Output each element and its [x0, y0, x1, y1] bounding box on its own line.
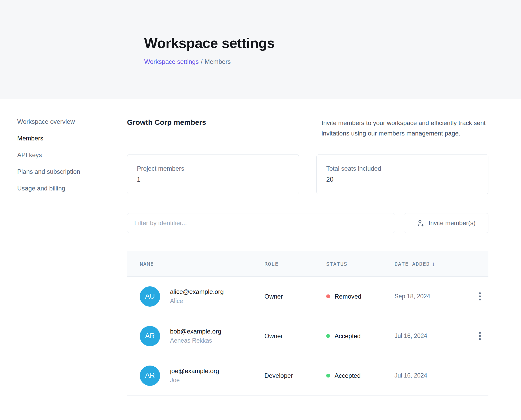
member-status: Removed — [335, 293, 361, 300]
breadcrumb-separator: / — [201, 58, 203, 65]
column-header-name[interactable]: NAME — [140, 261, 264, 267]
table-row: AU alice@example.org Alice Owner Removed… — [127, 277, 488, 316]
breadcrumb: Workspace settings/Members — [144, 58, 521, 65]
status-dot-icon — [326, 334, 330, 338]
status-dot-icon — [326, 294, 330, 298]
avatar-initials: AU — [145, 292, 155, 300]
member-identity-cell: AU alice@example.org Alice — [140, 286, 264, 307]
member-status-cell: Removed — [326, 293, 395, 300]
member-id-block: joe@example.org Joe — [170, 367, 219, 384]
kebab-menu-icon[interactable] — [476, 290, 483, 303]
filter-input[interactable] — [127, 213, 395, 233]
table-header-row: NAMEROLESTATUSDATE ADDED↓ — [127, 251, 488, 277]
table-row: AR joe@example.org Joe Developer Accepte… — [127, 356, 488, 396]
member-role: Owner — [264, 332, 326, 340]
member-status-cell: Accepted — [326, 332, 395, 340]
avatar-initials: AR — [145, 332, 155, 340]
member-name: Joe — [170, 377, 219, 384]
stats-cards: Project members 1 Total seats included 2… — [127, 154, 488, 194]
sort-descending-icon: ↓ — [432, 260, 435, 268]
column-header-role[interactable]: ROLE — [264, 261, 326, 267]
stat-label: Project members — [137, 165, 289, 172]
status-dot-icon — [326, 374, 330, 378]
member-email: alice@example.org — [170, 288, 224, 295]
member-email: bob@example.org — [170, 328, 221, 335]
member-identity-cell: AR bob@example.org Aeneas Rekkas — [140, 326, 264, 346]
member-name: Alice — [170, 298, 224, 305]
person-plus-icon — [417, 219, 425, 227]
members-main: Growth Corp members Invite members to yo… — [127, 99, 488, 396]
member-status: Accepted — [335, 332, 361, 340]
column-header-label: DATE ADDED — [395, 261, 430, 267]
member-date-added: Jul 16, 2024 — [395, 372, 473, 379]
member-email: joe@example.org — [170, 367, 219, 375]
table-body: AU alice@example.org Alice Owner Removed… — [127, 277, 488, 396]
avatar-initials: AR — [145, 372, 155, 380]
column-header-label: NAME — [140, 261, 154, 267]
member-date-added: Jul 16, 2024 — [395, 332, 473, 339]
member-role: Developer — [264, 372, 326, 379]
column-header-date-added[interactable]: DATE ADDED↓ — [395, 260, 473, 268]
sidebar-item-workspace-overview[interactable]: Workspace overview — [17, 118, 75, 126]
stat-label: Total seats included — [326, 165, 479, 172]
content-layout: Workspace overviewMembersAPI keysPlans a… — [0, 99, 521, 396]
member-status-cell: Accepted — [326, 372, 395, 379]
members-heading: Growth Corp members — [127, 118, 206, 139]
column-header-status[interactable]: STATUS — [326, 261, 395, 267]
sidebar-item-api-keys[interactable]: API keys — [17, 151, 42, 159]
stat-card-project-members: Project members 1 — [127, 154, 299, 194]
sidebar-item-plans-and-subscription[interactable]: Plans and subscription — [17, 168, 80, 176]
avatar: AR — [140, 366, 160, 386]
members-description: Invite members to your workspace and eff… — [322, 118, 488, 139]
settings-sidebar: Workspace overviewMembersAPI keysPlans a… — [0, 99, 127, 396]
invite-members-label: Invite member(s) — [428, 219, 475, 227]
avatar: AR — [140, 326, 160, 346]
kebab-menu-icon[interactable] — [476, 329, 483, 343]
stat-value: 1 — [137, 176, 289, 183]
sidebar-item-usage-and-billing[interactable]: Usage and billing — [17, 184, 65, 192]
stat-card-total-seats-included: Total seats included 20 — [316, 154, 488, 194]
member-role: Owner — [264, 293, 326, 300]
stat-value: 20 — [326, 176, 479, 183]
row-actions-cell — [473, 329, 488, 343]
breadcrumb-workspace-settings-link[interactable]: Workspace settings — [144, 58, 199, 65]
row-actions-cell — [473, 290, 488, 303]
page-title: Workspace settings — [144, 35, 521, 51]
member-date-added: Sep 18, 2024 — [395, 293, 473, 300]
column-header-label: STATUS — [326, 261, 347, 267]
member-identity-cell: AR joe@example.org Joe — [140, 366, 264, 386]
member-id-block: bob@example.org Aeneas Rekkas — [170, 328, 221, 344]
breadcrumb-current: Members — [205, 58, 231, 65]
member-id-block: alice@example.org Alice — [170, 288, 224, 305]
table-row: AR bob@example.org Aeneas Rekkas Owner A… — [127, 316, 488, 356]
avatar: AU — [140, 286, 160, 307]
sidebar-item-members[interactable]: Members — [17, 134, 43, 142]
invite-members-button[interactable]: Invite member(s) — [404, 213, 488, 233]
filter-row: Invite member(s) — [127, 213, 488, 233]
members-intro: Growth Corp members Invite members to yo… — [127, 118, 488, 139]
page-header: Workspace settings Workspace settings/Me… — [0, 0, 521, 99]
member-status: Accepted — [335, 372, 361, 379]
members-table: NAMEROLESTATUSDATE ADDED↓ AU alice@examp… — [127, 251, 488, 396]
member-name: Aeneas Rekkas — [170, 337, 221, 344]
column-header-label: ROLE — [264, 261, 278, 267]
